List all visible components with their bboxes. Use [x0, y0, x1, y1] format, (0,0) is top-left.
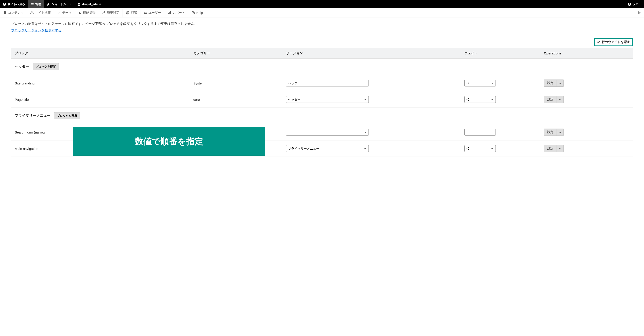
admin-menu-help[interactable]: ? Help	[188, 8, 206, 17]
table-row: Search form (narrow) 設定	[11, 124, 633, 140]
admin-menu-content[interactable]: コンテンツ	[0, 8, 27, 17]
user-icon	[77, 3, 81, 6]
svg-point-8	[58, 12, 58, 12]
settings-button[interactable]: 設定	[544, 96, 556, 103]
adminbar-left: コンテンツ サイト構築 テーマ 機能拡張 環境設定 翻訳 ユーザー レポート	[0, 8, 206, 17]
intro-text: ブロックの配置はサイトの各テーマに固有です。ページ下部の ブロックを保存 をクリ…	[11, 22, 633, 26]
table-row: Main navigation メニュー プライマリーメニュー -6 設定	[11, 140, 633, 157]
tour-link[interactable]: ? ツアー	[628, 2, 641, 6]
manage-toggle[interactable]: 管理	[28, 0, 44, 8]
admin-menu-people[interactable]: ユーザー	[140, 8, 164, 17]
settings-button[interactable]: 設定	[544, 129, 556, 135]
back-to-site-label: サイトへ戻る	[8, 2, 25, 6]
cell-category	[190, 124, 282, 140]
dropbutton-toggle[interactable]	[556, 96, 564, 103]
table-row: Site branding System ヘッダー -7 設定	[11, 75, 633, 91]
chevron-down-icon	[559, 99, 561, 101]
place-block-button[interactable]: ブロックを配置	[33, 63, 59, 70]
region-title: プライマリーメニュー	[15, 114, 50, 117]
cell-block: Main navigation	[11, 140, 190, 157]
admin-topbar: サイトへ戻る 管理 ショートカット drupal_admin ? ツアー	[0, 0, 644, 8]
cell-block: Site branding	[11, 75, 190, 91]
cell-category: core	[190, 91, 282, 108]
settings-button[interactable]: 設定	[544, 145, 556, 152]
region-header-row: ヘッダー ブロックを配置	[11, 59, 633, 75]
hide-weights-label: 行のウェイトを隠す	[602, 40, 630, 44]
manage-label: 管理	[35, 2, 41, 6]
svg-rect-14	[170, 11, 170, 14]
chevron-down-icon	[559, 148, 561, 150]
svg-rect-6	[33, 14, 34, 14]
th-region: リージョン	[282, 48, 461, 59]
admin-menu-label: 環境設定	[107, 11, 120, 15]
svg-text:?: ?	[192, 12, 194, 14]
weight-select[interactable]: -6	[464, 96, 496, 103]
admin-menu-bar: コンテンツ サイト構築 テーマ 機能拡張 環境設定 翻訳 ユーザー レポート	[0, 8, 644, 17]
dropbutton-toggle[interactable]	[556, 145, 564, 152]
shortcuts-link[interactable]: ショートカット	[44, 0, 74, 8]
th-block: ブロック	[11, 48, 190, 59]
svg-rect-12	[168, 13, 168, 14]
puzzle-icon	[78, 11, 82, 15]
admin-menu-appearance[interactable]: テーマ	[54, 8, 75, 17]
username-label: drupal_admin	[82, 3, 101, 6]
admin-menu-label: テーマ	[62, 11, 72, 15]
operations-dropbutton: 設定	[544, 145, 564, 152]
preview-regions-link[interactable]: ブロックリージョンを仮表示する	[11, 28, 62, 33]
dropbutton-toggle[interactable]	[556, 129, 564, 135]
help-circle-icon: ?	[628, 3, 631, 6]
admin-menu-extend[interactable]: 機能拡張	[75, 8, 99, 17]
admin-menu-config[interactable]: 環境設定	[99, 8, 123, 17]
magic-wand-icon	[57, 11, 61, 15]
admin-menu-label: Help	[196, 11, 203, 15]
shortcuts-label: ショートカット	[52, 2, 72, 6]
place-block-button[interactable]: ブロックを配置	[54, 112, 80, 119]
operations-dropbutton: 設定	[544, 96, 564, 103]
svg-point-11	[146, 12, 146, 13]
cell-block: Page title	[11, 91, 190, 108]
weight-select[interactable]: -7	[464, 80, 496, 86]
eye-off-icon	[597, 41, 600, 44]
region-select[interactable]: ヘッダー	[286, 80, 369, 86]
th-operations: Operations	[540, 48, 633, 59]
intro-after: をクリックするまで変更は保存されません。	[130, 22, 198, 26]
collapse-left-icon	[638, 11, 641, 15]
operations-dropbutton: 設定	[544, 129, 564, 136]
svg-point-10	[144, 12, 146, 13]
region-select[interactable]: プライマリーメニュー	[286, 145, 369, 152]
topbar-left: サイトへ戻る 管理 ショートカット drupal_admin	[0, 0, 104, 8]
chevron-down-icon	[559, 82, 561, 84]
region-select[interactable]: ヘッダー	[286, 96, 369, 103]
cell-category: System	[190, 75, 282, 91]
chevron-down-icon	[559, 131, 561, 133]
topbar-right: ? ツアー	[628, 2, 644, 6]
region-select[interactable]	[286, 129, 369, 135]
user-link[interactable]: drupal_admin	[74, 0, 104, 8]
cell-category: メニュー	[190, 140, 282, 157]
admin-menu-structure[interactable]: サイト構築	[27, 8, 54, 17]
admin-menu-translate[interactable]: 翻訳	[123, 8, 140, 17]
hide-row-weights-button[interactable]: 行のウェイトを隠す	[594, 38, 633, 46]
main-content: ブロックの配置はサイトの各テーマに固有です。ページ下部の ブロックを保存 をクリ…	[0, 17, 644, 161]
weight-select[interactable]: -6	[464, 145, 496, 152]
toolbar-orientation-toggle[interactable]	[635, 8, 644, 17]
weight-select[interactable]	[464, 129, 496, 135]
region-title: ヘッダー	[15, 65, 29, 68]
sitemap-icon	[30, 11, 34, 15]
admin-menu-label: コンテンツ	[8, 11, 24, 15]
admin-menu-reports[interactable]: レポート	[164, 8, 188, 17]
help-icon: ?	[192, 11, 195, 15]
svg-rect-13	[169, 12, 170, 14]
admin-menu-label: 機能拡張	[83, 11, 96, 15]
intro-em: ブロックを保存	[106, 22, 130, 26]
dropbutton-toggle[interactable]	[556, 80, 564, 86]
star-icon	[46, 3, 50, 6]
settings-button[interactable]: 設定	[544, 80, 556, 86]
toolbar-row: 行のウェイトを隠す	[11, 38, 633, 46]
chevron-left-circle-icon	[3, 3, 6, 6]
cell-block: Search form (narrow)	[11, 124, 190, 140]
th-weight: ウェイト	[461, 48, 540, 59]
table-row: Page title core ヘッダー -6 設定	[11, 91, 633, 108]
back-to-site-link[interactable]: サイトへ戻る	[0, 0, 28, 8]
globe-icon	[126, 11, 130, 15]
